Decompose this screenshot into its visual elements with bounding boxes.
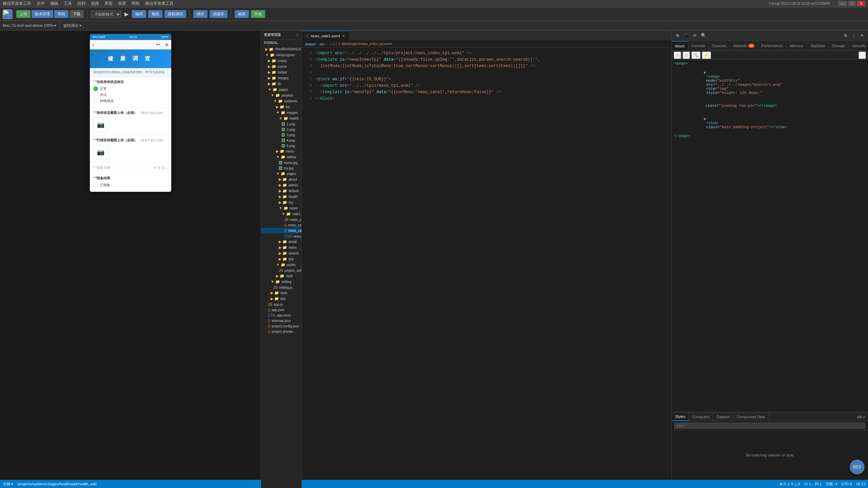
tree-homejpg[interactable]: 🖼 home.jpg: [261, 160, 301, 165]
scene-select[interactable]: 旋转调试 ▾: [63, 23, 81, 28]
styles-tab-component[interactable]: Component Data: [733, 412, 769, 421]
tree-health[interactable]: ▶ 📁 health: [261, 194, 301, 200]
elem-tb-btn2[interactable]: ⊟: [683, 52, 690, 59]
tree-about[interactable]: ▶ 📁 about: [261, 177, 301, 182]
menu-item-interface[interactable]: 界面: [104, 1, 113, 6]
simulate-select[interactable]: 不刷新模式: [91, 11, 121, 18]
dev-button[interactable]: 开发: [251, 10, 265, 18]
menu-item-file[interactable]: 文件: [37, 1, 45, 6]
tree-miniprogram[interactable]: ▼ 📁 miniprogram: [261, 52, 301, 58]
devtools-tab-appdata[interactable]: AppData: [807, 41, 829, 50]
devtools-tab-wxml[interactable]: Wxml: [672, 41, 688, 50]
tree-4png[interactable]: 🖼 4.png: [261, 138, 301, 143]
status-option-special[interactable]: 特殊情况: [93, 99, 168, 103]
tree-health-img[interactable]: ▼ 📁 health: [261, 116, 301, 121]
maximize-btn[interactable]: □: [848, 1, 856, 6]
menu-item-app[interactable]: 微信开发者工具: [3, 1, 31, 6]
menu-item-edit[interactable]: 编辑: [50, 1, 58, 6]
devtools-device-btn[interactable]: 📱: [682, 32, 690, 39]
tree-proj-private[interactable]: {} project.private…: [261, 329, 301, 334]
menu-item-settings[interactable]: 设置: [118, 1, 126, 6]
debug-button[interactable]: 调试: [193, 10, 208, 18]
tree-lib[interactable]: ▶ 📁 lib: [261, 81, 301, 87]
status-encoding[interactable]: 空格: 4: [826, 482, 837, 487]
tree-public[interactable]: ▼ 📁 public: [261, 262, 301, 268]
tree-project-setting[interactable]: JS project_setting.js: [261, 268, 301, 273]
close-btn[interactable]: ✕: [857, 1, 865, 6]
status-option-normal[interactable]: 正常: [93, 86, 168, 91]
minimize-btn[interactable]: —: [838, 1, 847, 6]
elem-tb-btn4[interactable]: ⚡: [702, 52, 711, 59]
tree-comm[interactable]: ▶ 📁 comm: [261, 64, 301, 69]
menu-item-select[interactable]: 选择: [91, 1, 99, 6]
tree-helper[interactable]: ▶ 📁 helper: [261, 69, 301, 75]
tree-news-cate1-wxml[interactable]: ⟨⟩ news_cate1.wxml: [261, 228, 301, 233]
tree-news-cate1-js[interactable]: JS news_cate1.js: [261, 217, 301, 222]
elem-tb-more[interactable]: ···: [859, 52, 866, 59]
compile-button[interactable]: 编译: [132, 10, 146, 18]
tree-news-cate1-json[interactable]: {} news_cate1.json: [261, 222, 301, 228]
devtools-tab-memory[interactable]: Memory: [787, 41, 807, 50]
tree-default[interactable]: ▶ 📁 default: [261, 188, 301, 194]
tree-style[interactable]: ▶ 📁 style: [261, 273, 301, 279]
status-utf[interactable]: UTF-8: [841, 482, 852, 486]
elem-tb-btn3[interactable]: 🔍: [691, 52, 701, 59]
menu-item-tools[interactable]: 工具: [64, 1, 72, 6]
styles-tab-dataset[interactable]: Dataset: [713, 412, 733, 421]
devtools-tab-console[interactable]: Console: [688, 41, 709, 50]
editor-tab-wxml[interactable]: ⟨⟩ news_cate1.wxml ✕: [302, 31, 349, 40]
tree-app-js[interactable]: JS app.js: [261, 302, 301, 307]
devtools-network-btn[interactable]: ⟳: [692, 32, 698, 39]
radio-special[interactable]: [93, 99, 98, 103]
tree-tpls[interactable]: ▶ 📁 tpls: [261, 256, 301, 262]
tree-setting[interactable]: ▼ 📁 setting: [261, 279, 301, 285]
tree-pages[interactable]: ▼ 📁 pages: [261, 87, 301, 93]
date-row[interactable]: * *报备日期 年 月 日 ›: [93, 165, 168, 170]
menu-item-goto[interactable]: 转到: [77, 1, 85, 6]
upload-button[interactable]: 上传: [16, 10, 31, 18]
status-option-attention[interactable]: 关注: [93, 93, 168, 97]
tree-app-json[interactable]: {} app.json: [261, 307, 301, 312]
radio-result[interactable]: [93, 183, 98, 187]
phone-more-btn[interactable]: •••: [156, 42, 160, 47]
devtools-search-btn[interactable]: 🔍: [699, 32, 708, 39]
devtools-close-btn[interactable]: ✕: [859, 32, 865, 39]
styles-tab-computed[interactable]: Computed: [689, 412, 713, 421]
clear-button[interactable]: 清缓存: [210, 10, 228, 18]
phone-back-button[interactable]: ‹: [93, 42, 94, 47]
tree-more-icon[interactable]: ···: [296, 33, 299, 37]
float-action-button[interactable]: 60:5: [850, 460, 865, 474]
review-button[interactable]: 审阅: [54, 10, 68, 18]
tree-cate1[interactable]: ▼ 📁 cate1: [261, 211, 301, 217]
upload2-box[interactable]: 📷: [93, 145, 108, 160]
styles-tab-styles[interactable]: Styles: [672, 412, 689, 421]
tree-cmpts[interactable]: ▶ 📁 cmpts: [261, 58, 301, 64]
date-picker[interactable]: 年 月 日 ›: [153, 165, 168, 170]
devtools-tab-network[interactable]: Network 15: [730, 41, 758, 50]
tree-news[interactable]: ▼ 📁 news: [261, 205, 301, 211]
menu-item-help[interactable]: 帮助: [132, 1, 140, 6]
tree-setting-js[interactable]: JS setting.js: [261, 285, 301, 290]
tree-1png[interactable]: 🖼 1.png: [261, 121, 301, 127]
tree-tpls2[interactable]: ▶ 📁 tpls: [261, 296, 301, 302]
elem-image-collapse[interactable]: ▶: [704, 70, 706, 75]
styles-filter-input[interactable]: [674, 423, 865, 429]
status-branch[interactable]: 大纲 ▾: [3, 482, 13, 487]
tree-admin[interactable]: ▶ 📁 admin: [261, 182, 301, 188]
compile-run-btn[interactable]: ▶: [123, 10, 130, 18]
tree-biz[interactable]: ▶ 📁 biz: [261, 104, 301, 110]
tree-myjpg[interactable]: 🖼 my.jpg: [261, 165, 301, 171]
devtools-tab-sources[interactable]: Sources: [709, 41, 730, 50]
tree-menu[interactable]: ▶ 📁 menu: [261, 148, 301, 154]
devtools-more-btn[interactable]: ⋮: [850, 32, 857, 39]
version-button[interactable]: 版本管理: [32, 10, 53, 18]
tree-cloudfunctions[interactable]: ▶ 📁 cloudfunctions|当前…: [261, 46, 301, 52]
tree-my[interactable]: ▶ 📁 my: [261, 200, 301, 205]
tree-2png[interactable]: 🖼 2.png: [261, 127, 301, 132]
cut-button[interactable]: 裁剪: [235, 10, 249, 18]
tree-style2[interactable]: ▶ 📁 style: [261, 290, 301, 296]
elem-view-collapse[interactable]: ▶: [704, 117, 706, 121]
tree-projects[interactable]: ▼ 📁 projects: [261, 93, 301, 98]
tree-search[interactable]: ▶ 📁 search: [261, 250, 301, 256]
result-option[interactable]: 已报备: [93, 183, 168, 187]
